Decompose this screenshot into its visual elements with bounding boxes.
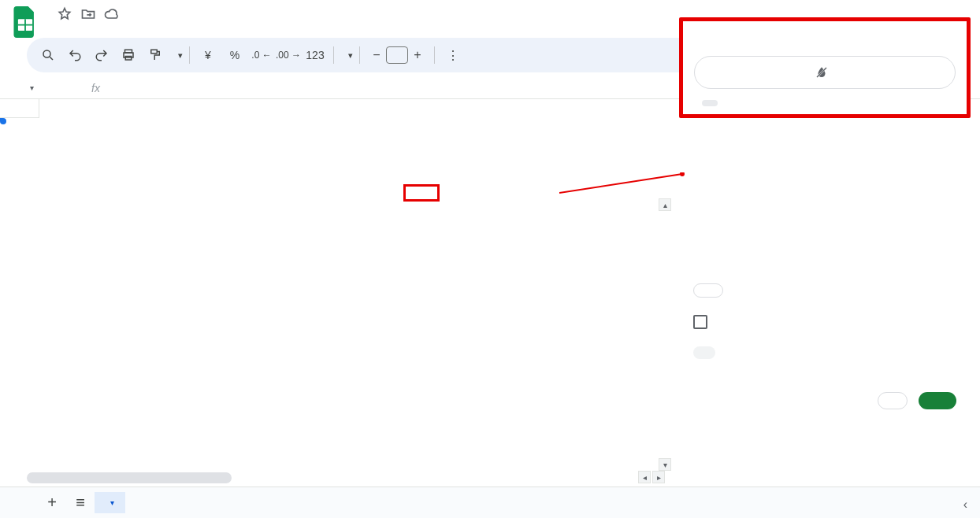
delete-rule-button[interactable] [878,392,908,409]
no-color-icon [815,65,829,80]
svg-point-1 [43,50,50,57]
font-size-value[interactable] [386,46,408,64]
currency-yen-icon[interactable]: ¥ [196,43,220,67]
add-item-button[interactable] [693,283,723,298]
zoom-dropdown[interactable]: ▾ [170,50,183,61]
decrease-font-icon[interactable]: − [367,48,386,62]
fx-icon: fx [87,82,100,94]
svg-point-7 [680,172,685,176]
redo-icon[interactable] [90,43,113,67]
advanced-options-button[interactable] [693,346,715,359]
move-folder-icon[interactable] [80,6,96,22]
increase-decimal-icon[interactable]: .00 → [277,43,300,67]
select-all-corner[interactable] [0,99,39,118]
reset-button[interactable] [694,56,956,89]
more-formats-icon[interactable]: 123 [303,43,327,67]
svg-rect-5 [151,50,158,54]
more-tools-icon[interactable]: ⋮ [441,43,465,67]
decrease-decimal-icon[interactable]: .0 ← [250,43,273,67]
vertical-scroll-buttons[interactable]: ▴▾ [659,198,671,471]
preview-chip [702,100,718,106]
horizontal-scroll-buttons[interactable]: ◂▸ [638,471,665,483]
tab-scroll-left-icon[interactable]: ‹ [963,498,967,512]
tab-sheet1[interactable]: ▾ [95,492,125,513]
multi-select-checkbox[interactable] [693,315,956,329]
paint-format-icon[interactable] [143,43,167,67]
horizontal-scrollbar[interactable] [27,472,232,483]
star-icon[interactable] [57,6,72,22]
search-icon[interactable] [36,43,60,67]
color-picker-panel [679,17,971,118]
add-sheet-icon[interactable]: + [38,489,66,517]
data-validation-extras [679,283,971,409]
sheet-tab-bar: + ≡ ▾ ‹ [0,487,980,518]
svg-line-6 [559,174,682,193]
font-family-dropdown[interactable]: ▾ [340,50,353,61]
increase-font-icon[interactable]: + [408,48,427,62]
name-box[interactable]: ▾ [0,83,87,92]
cloud-saved-icon[interactable] [104,6,120,22]
sheets-logo-icon[interactable] [9,6,41,38]
all-sheets-icon[interactable]: ≡ [66,489,95,517]
font-size-control[interactable]: − + [366,46,428,65]
checkbox-icon[interactable] [693,315,707,329]
done-button[interactable] [919,392,956,409]
percent-icon[interactable]: % [223,43,247,67]
undo-icon[interactable] [63,43,87,67]
print-icon[interactable] [117,43,140,67]
annotation-callout [403,184,440,202]
